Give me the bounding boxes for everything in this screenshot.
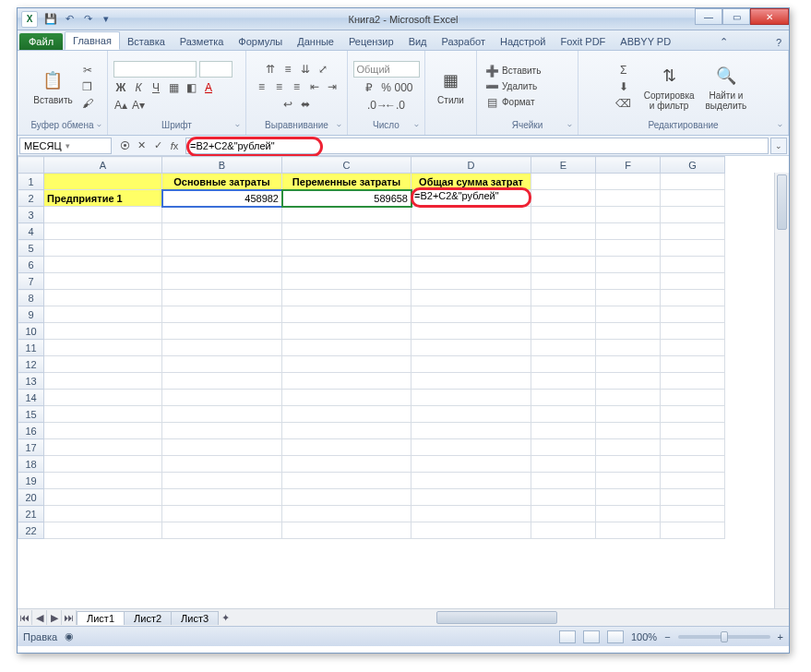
- cell-D8[interactable]: [411, 290, 531, 306]
- sheet-tab-3[interactable]: Лист3: [171, 611, 219, 625]
- align-bottom-icon[interactable]: ⇊: [298, 62, 313, 77]
- expand-formula-bar-icon[interactable]: ⌄: [770, 138, 787, 154]
- cell-B18[interactable]: [162, 456, 282, 473]
- namebox-dropdown-icon[interactable]: ⦿: [117, 138, 132, 153]
- cancel-formula-icon[interactable]: ✕: [134, 138, 149, 153]
- enter-formula-icon[interactable]: ✓: [150, 138, 165, 153]
- cell-F5[interactable]: [596, 240, 661, 257]
- cell-A5[interactable]: [44, 240, 162, 257]
- cell-E2[interactable]: [531, 190, 596, 207]
- sheet-nav-prev-icon[interactable]: ◀: [32, 610, 47, 625]
- cell-C13[interactable]: [282, 373, 411, 390]
- cell-E14[interactable]: [531, 390, 596, 406]
- cell-E16[interactable]: [531, 423, 596, 439]
- cell-F18[interactable]: [596, 456, 661, 473]
- cell-E10[interactable]: [531, 323, 596, 340]
- cell-E12[interactable]: [531, 356, 596, 373]
- cell-C15[interactable]: [282, 406, 411, 423]
- cell-A12[interactable]: [44, 356, 162, 373]
- name-box[interactable]: МЕСЯЦ▾: [19, 138, 112, 154]
- cell-F11[interactable]: [596, 340, 661, 356]
- vertical-scrollbar[interactable]: [774, 173, 789, 608]
- cell-E5[interactable]: [531, 240, 596, 257]
- cell-D21[interactable]: [411, 506, 531, 522]
- cell-G3[interactable]: [661, 207, 725, 223]
- row-header-21[interactable]: 21: [18, 506, 44, 522]
- border-icon[interactable]: ▦: [166, 80, 181, 95]
- cell-G13[interactable]: [661, 373, 725, 390]
- cell-G4[interactable]: [661, 223, 725, 240]
- cell-E19[interactable]: [531, 473, 596, 489]
- align-top-icon[interactable]: ⇈: [263, 62, 278, 77]
- row-header-22[interactable]: 22: [18, 522, 44, 539]
- row-header-5[interactable]: 5: [18, 240, 44, 257]
- cell-B9[interactable]: [162, 306, 282, 323]
- cell-D14[interactable]: [411, 390, 531, 406]
- redo-icon[interactable]: ↷: [80, 12, 95, 27]
- row-header-17[interactable]: 17: [18, 439, 44, 456]
- zoom-level[interactable]: 100%: [631, 631, 657, 642]
- col-header-C[interactable]: C: [282, 157, 411, 174]
- macro-record-icon[interactable]: ◉: [65, 630, 74, 642]
- row-header-2[interactable]: 2: [18, 190, 44, 207]
- clear-icon[interactable]: ⌫: [616, 96, 631, 111]
- cell-F7[interactable]: [596, 273, 661, 290]
- cell-F4[interactable]: [596, 223, 661, 240]
- cell-D10[interactable]: [411, 323, 531, 340]
- help-icon[interactable]: ?: [772, 35, 785, 50]
- cell-E11[interactable]: [531, 340, 596, 356]
- maximize-button[interactable]: ▭: [722, 8, 750, 25]
- cell-F10[interactable]: [596, 323, 661, 340]
- cell-G22[interactable]: [661, 522, 725, 539]
- cell-C1[interactable]: Переменные затраты: [282, 174, 411, 190]
- cell-E18[interactable]: [531, 456, 596, 473]
- row-header-15[interactable]: 15: [18, 406, 44, 423]
- qat-more-icon[interactable]: ▾: [99, 12, 113, 27]
- cell-E7[interactable]: [531, 273, 596, 290]
- cell-D13[interactable]: [411, 373, 531, 390]
- cell-F13[interactable]: [596, 373, 661, 390]
- cell-B2[interactable]: 458982: [162, 190, 282, 207]
- align-center-icon[interactable]: ≡: [272, 79, 287, 94]
- cell-G12[interactable]: [661, 356, 725, 373]
- font-color-icon[interactable]: A: [201, 80, 216, 95]
- cell-F8[interactable]: [596, 290, 661, 306]
- paste-button[interactable]: 📋 Вставить: [30, 66, 76, 107]
- cell-C3[interactable]: [282, 207, 411, 223]
- cell-C11[interactable]: [282, 340, 411, 356]
- cell-F6[interactable]: [596, 257, 661, 273]
- tab-home[interactable]: Главная: [65, 31, 120, 50]
- sheet-tab-1[interactable]: Лист1: [77, 611, 125, 625]
- row-header-3[interactable]: 3: [18, 207, 44, 223]
- cell-B6[interactable]: [162, 257, 282, 273]
- cell-B1[interactable]: Основные затраты: [162, 174, 282, 190]
- cell-C9[interactable]: [282, 306, 411, 323]
- cell-D1[interactable]: Общая сумма затрат: [411, 174, 531, 190]
- row-header-16[interactable]: 16: [18, 423, 44, 439]
- row-header-14[interactable]: 14: [18, 390, 44, 406]
- fx-icon[interactable]: fx: [167, 138, 182, 153]
- merge-icon[interactable]: ⬌: [298, 97, 313, 112]
- view-layout-icon[interactable]: [583, 630, 600, 643]
- cell-C5[interactable]: [282, 240, 411, 257]
- cell-A20[interactable]: [44, 489, 162, 506]
- row-header-11[interactable]: 11: [18, 340, 44, 356]
- cell-G6[interactable]: [661, 257, 725, 273]
- cut-icon[interactable]: ✂: [80, 63, 95, 78]
- row-header-8[interactable]: 8: [18, 290, 44, 306]
- cell-D19[interactable]: [411, 473, 531, 489]
- cell-B5[interactable]: [162, 240, 282, 257]
- cell-D15[interactable]: [411, 406, 531, 423]
- cells-format-button[interactable]: ▤Формат: [484, 95, 535, 110]
- shrink-font-icon[interactable]: A▾: [131, 98, 146, 113]
- row-header-1[interactable]: 1: [18, 174, 44, 190]
- cell-A15[interactable]: [44, 406, 162, 423]
- sheet-tab-2[interactable]: Лист2: [124, 611, 172, 625]
- col-header-D[interactable]: D: [411, 157, 531, 174]
- tab-review[interactable]: Рецензир: [341, 33, 401, 50]
- cell-C18[interactable]: [282, 456, 411, 473]
- cell-A7[interactable]: [44, 273, 162, 290]
- indent-dec-icon[interactable]: ⇤: [307, 79, 322, 94]
- cell-F20[interactable]: [596, 489, 661, 506]
- cell-C22[interactable]: [282, 522, 411, 539]
